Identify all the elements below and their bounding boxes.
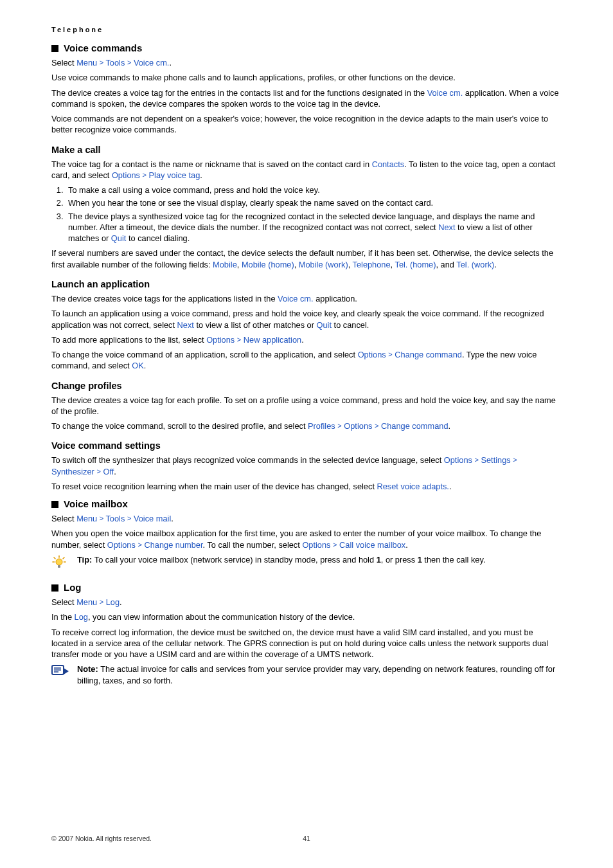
subheading-launch-application: Launch an application (51, 279, 562, 289)
square-bullet-icon (51, 501, 58, 508)
body-text: To switch off the synthesizer that plays… (51, 455, 562, 477)
body-text: When you open the voice mailbox applicat… (51, 528, 562, 550)
body-text: To reset voice recognition learning when… (51, 481, 562, 492)
note-text: Note: The actual invoice for calls and s… (77, 664, 562, 686)
svg-line-1 (54, 557, 55, 559)
body-text: To add more applications to the list, se… (51, 334, 562, 345)
body-text: The device creates voice tags for the ap… (51, 293, 562, 304)
page-header: Telephone (51, 26, 562, 33)
section-heading-voice-commands: Voice commands (51, 42, 562, 53)
body-text: If several numbers are saved under the c… (51, 248, 562, 270)
square-bullet-icon (51, 45, 58, 52)
select-path: Select Menu > Log. (51, 597, 562, 608)
note-icon (51, 664, 77, 678)
svg-line-2 (63, 557, 64, 559)
heading-text: Voice commands (64, 42, 142, 53)
page-number: 41 (303, 835, 310, 842)
subheading-change-profiles: Change profiles (51, 381, 562, 391)
body-text: The device creates a voice tag for each … (51, 395, 562, 417)
body-text: To launch an application using a voice c… (51, 308, 562, 330)
square-bullet-icon (51, 584, 58, 592)
body-text: The device creates a voice tag for the e… (51, 87, 562, 110)
svg-marker-8 (64, 668, 69, 674)
body-text: Use voice commands to make phone calls a… (51, 72, 562, 83)
heading-text: Voice mailbox (64, 498, 128, 509)
list-item: To make a call using a voice command, pr… (66, 185, 562, 195)
note-row: Note: The actual invoice for calls and s… (51, 664, 562, 686)
tip-row: Tip: To call your voice mailbox (network… (51, 554, 562, 570)
list-item: When you hear the tone or see the visual… (66, 197, 562, 208)
copyright-text: © 2007 Nokia. All rights reserved. (51, 835, 152, 842)
select-path: Select Menu > Tools > Voice mail. (51, 513, 562, 524)
page-footer: © 2007 Nokia. All rights reserved. 41 (51, 835, 562, 842)
ordered-list: To make a call using a voice command, pr… (51, 185, 562, 244)
body-text: To change the voice command, scroll to t… (51, 420, 562, 431)
section-heading-log: Log (51, 582, 562, 593)
body-text: To change the voice command of an applic… (51, 349, 562, 372)
tip-lightbulb-icon (51, 554, 77, 570)
select-path: Select Menu > Tools > Voice cm.. (51, 57, 562, 68)
body-text: In the Log, you can view information abo… (51, 611, 562, 622)
body-text: Voice commands are not dependent on a sp… (51, 113, 562, 136)
svg-point-5 (56, 559, 62, 565)
body-text: The voice tag for a contact is the name … (51, 159, 562, 181)
body-text: To receive correct log information, the … (51, 627, 562, 660)
heading-text: Log (64, 582, 82, 593)
subheading-make-a-call: Make a call (51, 145, 562, 155)
svg-rect-6 (58, 565, 60, 568)
subheading-voice-command-settings: Voice command settings (51, 440, 562, 451)
tip-text: Tip: To call your voice mailbox (network… (77, 554, 562, 565)
list-item: The device plays a synthesized voice tag… (66, 211, 562, 244)
section-heading-voice-mailbox: Voice mailbox (51, 498, 562, 509)
